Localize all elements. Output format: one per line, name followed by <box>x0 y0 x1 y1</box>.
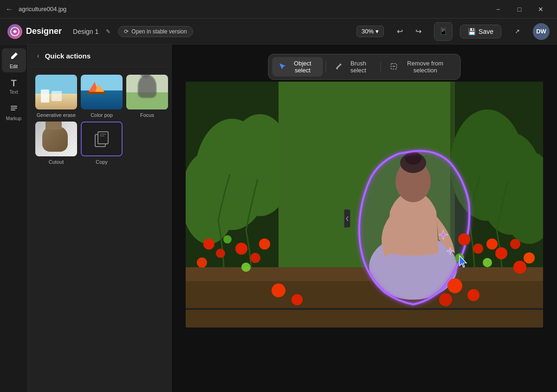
sidebar: Edit T Text Markup <box>0 45 28 392</box>
qa-copy-label: Copy <box>96 159 108 165</box>
panel-back-button[interactable]: ‹ <box>35 50 41 61</box>
undo-button[interactable]: ↩ <box>391 23 408 40</box>
toolbar-divider-1 <box>325 61 326 72</box>
main-area: Edit T Text Markup ‹ Quick actions <box>0 45 557 392</box>
svg-point-40 <box>510 239 520 249</box>
maximize-button[interactable]: □ <box>509 0 530 19</box>
zoom-chevron-icon: ▾ <box>376 28 379 35</box>
svg-point-27 <box>203 238 214 250</box>
svg-point-41 <box>524 252 535 263</box>
qa-cutout[interactable]: Cutout <box>35 122 77 165</box>
sidebar-markup-label: Markup <box>6 116 21 121</box>
qa-focus[interactable]: Focus <box>126 75 168 118</box>
remove-from-selection-button[interactable]: Remove from selection <box>384 57 457 77</box>
svg-rect-3 <box>11 109 15 110</box>
window-controls: − □ ✕ <box>487 0 551 19</box>
selection-toolbar: Object select Brush select <box>268 54 461 80</box>
svg-point-43 <box>483 258 492 267</box>
save-icon: 💾 <box>468 28 476 35</box>
quick-actions-grid: Generative erase Color pop <box>28 67 171 172</box>
stable-version-icon: ⟳ <box>124 28 129 35</box>
brush-select-icon <box>335 63 343 71</box>
sidebar-item-markup[interactable]: Markup <box>2 100 26 124</box>
svg-point-33 <box>259 238 270 250</box>
panel-header: ‹ Quick actions <box>28 45 171 67</box>
zoom-control[interactable]: 30% ▾ <box>356 26 384 37</box>
brush-select-button[interactable]: Brush select <box>329 57 378 77</box>
brand-logo <box>7 24 22 39</box>
save-label: Save <box>479 28 493 35</box>
filename: agriculture004.jpg <box>19 6 66 13</box>
stable-version-label: Open in stable version <box>131 28 187 35</box>
svg-point-8 <box>337 68 338 69</box>
redo-button[interactable]: ↪ <box>410 23 427 40</box>
qa-color-pop-thumb <box>81 75 123 109</box>
svg-point-29 <box>197 257 207 268</box>
qa-focus-label: Focus <box>140 112 154 118</box>
qa-cutout-thumb <box>35 122 77 156</box>
canvas-image[interactable] <box>186 82 543 328</box>
svg-point-30 <box>223 235 232 244</box>
edit-icon <box>9 51 19 63</box>
close-button[interactable]: ✕ <box>530 0 551 19</box>
sidebar-edit-label: Edit <box>10 64 18 69</box>
qa-copy[interactable]: Copy <box>81 122 123 165</box>
sidebar-text-label: Text <box>9 90 18 95</box>
qa-focus-thumb <box>126 75 168 109</box>
qa-copy-thumb <box>81 122 123 156</box>
qa-color-pop-label: Color pop <box>91 112 113 118</box>
svg-point-34 <box>241 263 251 272</box>
svg-point-39 <box>495 247 507 259</box>
save-button[interactable]: 💾 Save <box>460 25 501 39</box>
object-select-icon <box>279 63 286 71</box>
undo-redo-controls: ↩ ↪ <box>391 23 427 40</box>
share-button[interactable]: ↗ <box>509 23 525 40</box>
svg-point-46 <box>447 278 462 293</box>
svg-rect-22 <box>186 281 543 328</box>
agriculture-scene-svg <box>186 82 543 328</box>
svg-rect-6 <box>100 134 106 135</box>
svg-rect-5 <box>98 132 108 144</box>
avatar[interactable]: DW <box>533 23 550 40</box>
minimize-button[interactable]: − <box>487 0 509 19</box>
svg-point-36 <box>473 244 483 254</box>
svg-point-28 <box>216 249 225 258</box>
qa-color-pop[interactable]: Color pop <box>81 75 123 118</box>
panel-collapse-handle[interactable]: ❮ <box>344 209 350 228</box>
quick-actions-panel: ‹ Quick actions Generative erase <box>28 45 172 392</box>
brush-select-label: Brush select <box>345 60 371 74</box>
svg-point-37 <box>486 238 498 250</box>
svg-point-47 <box>467 289 479 301</box>
panel-title: Quick actions <box>45 52 91 60</box>
remove-from-selection-label: Remove from selection <box>401 60 450 74</box>
sidebar-item-text[interactable]: T Text <box>2 74 26 98</box>
svg-point-32 <box>250 253 260 263</box>
svg-point-48 <box>439 293 452 306</box>
svg-point-31 <box>235 243 247 255</box>
svg-point-42 <box>513 261 526 274</box>
qa-generative-erase-thumb <box>35 75 77 109</box>
svg-rect-7 <box>100 135 104 136</box>
sidebar-item-edit[interactable]: Edit <box>2 48 26 72</box>
edit-design-icon[interactable]: ✎ <box>106 28 110 35</box>
design-name: Design 1 <box>73 28 98 35</box>
object-select-button[interactable]: Object select <box>272 57 323 77</box>
qa-generative-erase[interactable]: Generative erase <box>35 75 77 118</box>
canvas-image-wrapper <box>186 82 543 328</box>
text-icon: T <box>11 78 16 89</box>
qa-generative-erase-label: Generative erase <box>37 112 76 118</box>
stable-version-button[interactable]: ⟳ Open in stable version <box>118 26 193 37</box>
svg-point-44 <box>272 283 285 297</box>
title-bar: ← agriculture004.jpg − □ ✕ <box>0 0 557 19</box>
canvas-area: Object select Brush select <box>172 45 557 392</box>
svg-rect-1 <box>11 106 17 107</box>
brand: Designer <box>7 24 62 39</box>
qa-cutout-label: Cutout <box>49 159 64 165</box>
toolbar-divider-2 <box>381 61 381 72</box>
remove-selection-icon <box>390 63 398 71</box>
chevron-left-icon: ❮ <box>345 216 349 221</box>
mobile-preview-button[interactable]: 📱 <box>434 22 453 41</box>
zoom-level: 30% <box>362 28 374 35</box>
back-icon[interactable]: ← <box>6 5 13 13</box>
markup-icon <box>9 103 19 115</box>
